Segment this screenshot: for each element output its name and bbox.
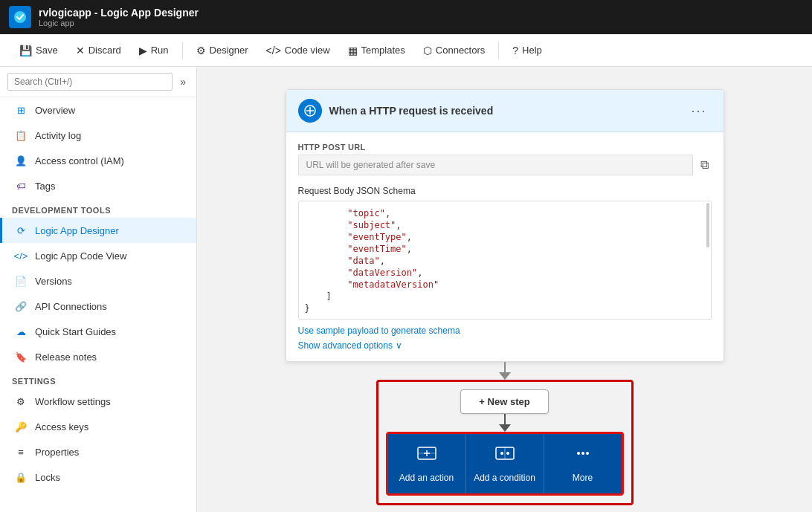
search-input[interactable] [7, 73, 173, 91]
svg-point-10 [577, 452, 580, 455]
json-scrollbar [706, 203, 709, 247]
sample-payload-link[interactable]: Use sample payload to generate schema [298, 325, 460, 336]
url-field: URL will be generated after save ⧉ [298, 155, 712, 175]
copy-url-button[interactable]: ⧉ [697, 155, 712, 175]
http-post-url-label: HTTP POST URL [298, 143, 712, 152]
help-button[interactable]: ? Help [505, 40, 550, 61]
json-line: "eventType", [305, 231, 705, 243]
run-icon: ▶ [139, 45, 147, 56]
sidebar-item-access-keys[interactable]: 🔑 Access keys [0, 414, 196, 439]
json-line: "metadataVersion" [305, 279, 705, 291]
connectors-button[interactable]: ⬡ Connectors [416, 40, 492, 61]
locks-icon: 🔒 [14, 470, 28, 484]
logic-app-designer-icon: ⟳ [14, 224, 28, 237]
sidebar-collapse-button[interactable]: » [177, 74, 189, 89]
release-notes-icon: 🔖 [14, 350, 28, 363]
json-editor[interactable]: "topic", "subject", "eventType", "eventT… [298, 201, 712, 320]
action-panel: Add an action Add a [386, 432, 624, 496]
add-a-condition-button[interactable]: Add a condition [466, 434, 544, 493]
sidebar-item-quick-start[interactable]: ☁ Quick Start Guides [0, 319, 196, 344]
svg-point-0 [14, 11, 26, 23]
azure-logic-apps-icon [9, 6, 31, 28]
sidebar-item-release-notes[interactable]: 🔖 Release notes [0, 344, 196, 369]
activity-log-icon: 📋 [14, 129, 28, 142]
app-title: rvlogicapp - Logic App Designer [39, 7, 199, 19]
json-line: } [305, 302, 705, 314]
new-step-button[interactable]: + New step [460, 389, 548, 414]
templates-icon: ▦ [348, 45, 358, 56]
new-step-wrapper: + New step [376, 362, 634, 505]
more-button[interactable]: More [544, 434, 622, 493]
trigger-body: HTTP POST URL URL will be generated afte… [286, 132, 724, 361]
json-line: "dataVersion", [305, 267, 705, 279]
templates-button[interactable]: ▦ Templates [341, 40, 413, 61]
action-panel-inner: Add an action Add a [388, 434, 622, 493]
access-control-icon: 👤 [14, 154, 28, 167]
add-condition-icon [494, 444, 515, 467]
sidebar-item-properties[interactable]: ≡ Properties [0, 439, 196, 464]
dev-tools-section-label: DEVELOPMENT TOOLS [0, 198, 196, 218]
step-inner-arrow [499, 424, 511, 432]
workflow-settings-icon: ⚙ [14, 395, 28, 408]
designer-button[interactable]: ⚙ Designer [189, 40, 256, 61]
http-trigger-icon [298, 99, 322, 123]
show-advanced-button[interactable]: Show advanced options ∨ [298, 340, 402, 351]
quick-start-icon: ☁ [14, 325, 28, 338]
discard-icon: ✕ [76, 45, 85, 56]
versions-icon: 📄 [14, 274, 28, 288]
sidebar-item-access-control[interactable]: 👤 Access control (IAM) [0, 148, 196, 173]
run-button[interactable]: ▶ Run [132, 40, 176, 61]
json-line: "eventTime", [305, 243, 705, 255]
svg-point-8 [500, 452, 503, 455]
discard-button[interactable]: ✕ Discard [68, 40, 129, 61]
sidebar-item-workflow-settings[interactable]: ⚙ Workflow settings [0, 389, 196, 414]
sidebar-content: ⊞ Overview 📋 Activity log 👤 Access contr… [0, 97, 196, 512]
trigger-header: When a HTTP request is received ··· [286, 90, 724, 132]
app-subtitle: Logic app [39, 19, 199, 27]
json-line: "subject", [305, 219, 705, 231]
svg-point-9 [506, 452, 509, 455]
json-line: "topic", [305, 207, 705, 219]
sidebar-item-api-connections[interactable]: 🔗 API Connections [0, 294, 196, 319]
sidebar-item-locks[interactable]: 🔒 Locks [0, 464, 196, 490]
api-connections-icon: 🔗 [14, 299, 28, 313]
json-line: "data", [305, 255, 705, 267]
tags-icon: 🏷 [14, 179, 28, 192]
top-bar: rvlogicapp - Logic App Designer Logic ap… [0, 0, 812, 34]
sidebar-search-bar: » [0, 67, 196, 97]
content-area: When a HTTP request is received ··· HTTP… [197, 67, 812, 512]
app-title-block: rvlogicapp - Logic App Designer Logic ap… [39, 7, 199, 28]
sidebar-item-tags[interactable]: 🏷 Tags [0, 173, 196, 198]
svg-point-12 [586, 452, 589, 455]
main-layout: » ⊞ Overview 📋 Activity log 👤 Access con… [0, 67, 812, 512]
url-input: URL will be generated after save [298, 155, 693, 175]
connectors-icon: ⬡ [423, 45, 432, 56]
save-button[interactable]: 💾 Save [12, 40, 65, 61]
json-line: ] [305, 291, 705, 302]
add-action-icon [416, 444, 437, 467]
step-connector-arrow [499, 372, 511, 380]
toolbar-separator [182, 42, 183, 59]
sidebar-item-activity-log[interactable]: 📋 Activity log [0, 123, 196, 148]
sidebar-item-versions[interactable]: 📄 Versions [0, 268, 196, 294]
properties-icon: ≡ [14, 445, 28, 458]
new-step-panel: + New step [376, 380, 634, 505]
sidebar-item-overview[interactable]: ⊞ Overview [0, 97, 196, 123]
chevron-down-icon: ∨ [396, 340, 402, 351]
code-view-button[interactable]: </> Code view [259, 40, 338, 61]
trigger-card: When a HTTP request is received ··· HTTP… [286, 89, 724, 362]
toolbar-separator-2 [498, 42, 499, 59]
more-options-icon [573, 444, 593, 467]
sidebar-item-logic-app-designer[interactable]: ⟳ Logic App Designer [0, 218, 196, 243]
toolbar: 💾 Save ✕ Discard ▶ Run ⚙ Designer </> Co… [0, 34, 812, 67]
trigger-more-button[interactable]: ··· [686, 102, 711, 120]
overview-icon: ⊞ [14, 103, 28, 117]
add-an-action-button[interactable]: Add an action [388, 434, 466, 493]
trigger-title: When a HTTP request is received [329, 105, 680, 117]
json-schema-label: Request Body JSON Schema [298, 186, 712, 196]
settings-section-label: SETTINGS [0, 369, 196, 389]
access-keys-icon: 🔑 [14, 420, 28, 433]
sidebar-item-logic-app-code-view[interactable]: </> Logic App Code View [0, 243, 196, 268]
save-icon: 💾 [19, 45, 32, 56]
designer-icon: ⚙ [196, 45, 206, 56]
